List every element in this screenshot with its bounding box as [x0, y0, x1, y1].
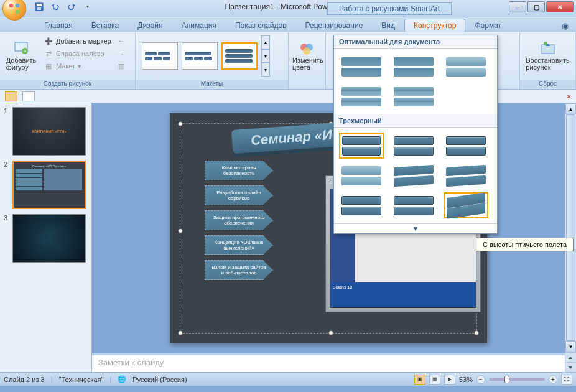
zoom-slider-thumb[interactable]: [504, 376, 509, 383]
smartart-item-3[interactable]: Защита программного обеспечения: [205, 210, 273, 230]
slide-thumb-3[interactable]: 3: [4, 214, 88, 263]
minimize-button[interactable]: ─: [509, 1, 526, 12]
status-language[interactable]: Русский (Россия): [132, 376, 187, 383]
svg-rect-13: [542, 45, 554, 54]
next-slide-button[interactable]: ⏷: [565, 362, 576, 372]
redo-icon: [67, 2, 76, 11]
sorter-view-button[interactable]: ▦: [429, 375, 440, 385]
help-button[interactable]: ◉: [559, 20, 571, 32]
status-slide-info: Слайд 2 из 3: [4, 376, 45, 383]
layout-icon: ▦: [44, 61, 53, 71]
rtl-button[interactable]: ⇄Справа налево: [41, 47, 114, 60]
add-shape-icon: +: [14, 41, 29, 56]
style-3d-7[interactable]: [339, 192, 384, 218]
smartart-shapes[interactable]: Компьютерная безопасность Разработка онл…: [205, 161, 273, 280]
scroll-up-button[interactable]: ▲: [565, 103, 576, 114]
text-pane-button[interactable]: ▥: [116, 60, 126, 72]
slide-thumb-1[interactable]: 1 КОМПАНИЯ «РТИ»: [4, 107, 88, 156]
style-flat-4[interactable]: [339, 83, 384, 110]
style-3d-birds-eye[interactable]: [444, 192, 488, 218]
window-controls: ─ ▢ ✕: [509, 1, 574, 12]
style-3d-8[interactable]: [391, 192, 436, 218]
reset-graphic-button[interactable]: Восстановить рисунок: [524, 35, 572, 77]
tab-view[interactable]: Вид: [372, 19, 404, 32]
demote-button[interactable]: →: [116, 47, 126, 60]
smartart-item-2[interactable]: Разработка онлайн сервисов: [205, 185, 273, 205]
slideshow-view-button[interactable]: ▶: [444, 375, 455, 385]
style-flat-5[interactable]: [391, 83, 436, 110]
add-shape-button[interactable]: + Добавить фигуру: [4, 35, 39, 77]
style-3d-1[interactable]: [339, 133, 384, 159]
layouts-next-button[interactable]: ▼: [261, 49, 270, 63]
layouts-prev-button[interactable]: ▲: [261, 35, 270, 49]
style-3d-5[interactable]: [391, 162, 436, 189]
reset-icon: [539, 41, 557, 56]
undo-icon: [51, 2, 60, 11]
change-colors-button[interactable]: Изменить цвета: [292, 35, 323, 77]
thumbnails-view-button[interactable]: [5, 91, 17, 101]
prev-slide-button[interactable]: ⏶: [565, 352, 576, 362]
promote-button[interactable]: ←: [116, 35, 126, 47]
save-icon: [35, 2, 44, 11]
svg-point-14: [544, 42, 547, 45]
tab-smartart-design[interactable]: Конструктор: [404, 19, 465, 32]
smartart-item-1[interactable]: Компьютерная безопасность: [205, 161, 273, 180]
add-bullet-button[interactable]: ➕Добавить маркер: [41, 35, 114, 47]
layout-option-3[interactable]: [221, 42, 258, 70]
notes-pane[interactable]: Заметки к слайду: [92, 353, 565, 372]
redo-button[interactable]: [65, 0, 78, 14]
style-3d-4[interactable]: [339, 162, 384, 189]
office-button[interactable]: [2, 0, 26, 21]
fit-window-button[interactable]: ⛶: [561, 375, 572, 385]
style-3d-2[interactable]: [391, 133, 436, 159]
zoom-slider[interactable]: [489, 378, 545, 381]
styles-scroll-down[interactable]: ▼: [334, 223, 497, 233]
svg-point-2: [9, 9, 14, 14]
style-flat-2[interactable]: [391, 54, 436, 80]
layout-button[interactable]: ▦Макет ▾: [41, 60, 114, 72]
tab-review[interactable]: Рецензирование: [296, 19, 373, 32]
smartart-item-5[interactable]: Взлом и защита сайтов и веб-порталов: [205, 260, 273, 280]
close-button[interactable]: ✕: [546, 1, 574, 12]
tab-design[interactable]: Дизайн: [128, 19, 172, 32]
svg-point-12: [303, 47, 310, 55]
normal-view-button[interactable]: ▣: [414, 375, 425, 385]
svg-rect-5: [37, 4, 42, 6]
outline-view-button[interactable]: [22, 91, 35, 101]
zoom-out-button[interactable]: −: [476, 375, 485, 384]
group-create-graphic: + Добавить фигуру ➕Добавить маркер ⇄Спра…: [0, 32, 136, 89]
style-flat-1[interactable]: [339, 54, 384, 80]
style-3d-3[interactable]: [444, 133, 488, 159]
scroll-down-button[interactable]: ▼: [565, 341, 576, 352]
svg-text:+: +: [24, 49, 27, 54]
layout-option-2[interactable]: [182, 42, 218, 70]
group-layouts-title: Макеты: [136, 80, 288, 88]
tab-home[interactable]: Главная: [35, 19, 82, 32]
tab-insert[interactable]: Вставка: [82, 19, 129, 32]
lang-icon: 🌐: [118, 375, 126, 383]
scroll-thumb[interactable]: [566, 114, 575, 341]
status-bar: Слайд 2 из 3 | "Техническая" | 🌐 Русский…: [0, 372, 576, 386]
qat-customize-button[interactable]: ▾: [81, 0, 95, 14]
slide-thumbnails-pane[interactable]: 1 КОМПАНИЯ «РТИ» 2 Семинар «ИТ Профит» 3: [0, 103, 92, 372]
office-logo-icon: [8, 2, 21, 15]
style-section-3d: Трехмерный: [334, 114, 497, 128]
smartart-item-4[interactable]: Концепция «Облаков вычислений»: [205, 235, 273, 255]
tab-slideshow[interactable]: Показ слайдов: [226, 19, 296, 32]
rtl-icon: ⇄: [44, 49, 53, 58]
slide-thumb-2[interactable]: 2 Семинар «ИТ Профит»: [4, 161, 88, 209]
zoom-level[interactable]: 53%: [459, 376, 473, 383]
svg-point-0: [9, 3, 14, 7]
layouts-more-button[interactable]: ▾: [261, 63, 270, 77]
save-button[interactable]: [32, 0, 46, 14]
style-flat-3[interactable]: [444, 54, 488, 80]
maximize-button[interactable]: ▢: [527, 1, 545, 12]
pane-close-button[interactable]: ×: [567, 93, 571, 100]
tab-smartart-format[interactable]: Формат: [465, 19, 511, 32]
zoom-in-button[interactable]: +: [549, 375, 557, 384]
style-3d-6[interactable]: [444, 162, 488, 189]
undo-button[interactable]: [49, 0, 62, 14]
tab-animation[interactable]: Анимация: [172, 19, 226, 32]
layout-option-1[interactable]: [142, 42, 178, 70]
group-reset-title: Сброс: [520, 80, 575, 88]
